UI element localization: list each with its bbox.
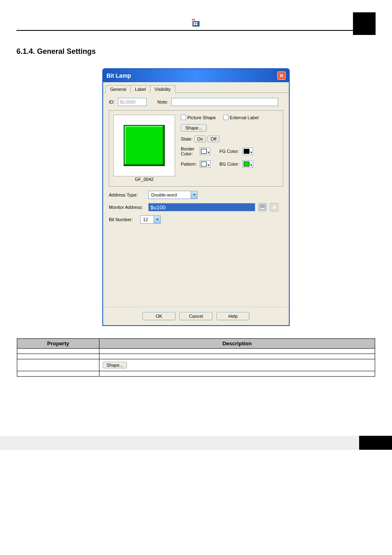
svg-rect-12 — [272, 205, 276, 209]
svg-point-13 — [273, 206, 274, 207]
table-row: Shape... — [17, 359, 375, 371]
note-label: Note: — [157, 99, 168, 104]
external-label-checkbox[interactable]: External Label — [223, 115, 258, 120]
picture-shape-checkbox[interactable]: Picture Shape — [181, 115, 216, 120]
keypad-icon-button[interactable] — [258, 203, 267, 211]
table-row — [17, 354, 375, 359]
monitor-address-field[interactable] — [148, 203, 255, 211]
bg-color-picker[interactable] — [242, 160, 253, 168]
bit-number-label: Bit Number: — [109, 217, 137, 222]
shape-preview — [124, 125, 165, 166]
svg-rect-2 — [196, 22, 197, 23]
svg-rect-4 — [196, 24, 197, 25]
state-on-button[interactable]: On — [194, 136, 206, 142]
tab-strip: General Label Visibility — [103, 82, 289, 93]
continued-label — [16, 385, 376, 386]
chevron-down-icon — [154, 216, 160, 223]
app-logo-icon — [191, 18, 201, 28]
general-tabpanel: ID: Note: GF_0042 — [103, 93, 289, 307]
shape-button-inline: Shape... — [103, 362, 127, 368]
footer-bar — [0, 436, 392, 450]
note-field[interactable] — [171, 98, 278, 106]
id-field[interactable] — [118, 98, 147, 106]
preview-caption: GF_0042 — [132, 176, 156, 182]
id-label: ID: — [109, 99, 115, 104]
bit-number-select[interactable]: 12 — [140, 215, 161, 224]
svg-rect-6 — [261, 206, 262, 206]
bit-lamp-dialog: Bit Lamp ✕ General Label Visibility ID: … — [102, 68, 290, 326]
section-heading: 6.1.4. General Settings — [16, 47, 376, 56]
svg-rect-7 — [262, 206, 263, 206]
dialog-titlebar[interactable]: Bit Lamp ✕ — [103, 69, 289, 82]
fg-color-picker[interactable] — [242, 148, 253, 155]
close-icon: ✕ — [279, 72, 284, 79]
address-type-select[interactable]: Double-word — [148, 191, 198, 199]
pattern-picker[interactable] — [200, 160, 210, 168]
help-button[interactable]: Help — [217, 312, 249, 320]
svg-rect-3 — [194, 24, 195, 25]
svg-rect-1 — [194, 22, 195, 23]
svg-rect-9 — [261, 207, 262, 208]
shape-preview-pane — [113, 115, 175, 176]
tab-label[interactable]: Label — [130, 85, 150, 93]
svg-rect-11 — [263, 207, 264, 208]
shape-button[interactable]: Shape... — [181, 124, 207, 132]
pattern-label: Pattern: — [181, 162, 196, 166]
table-row — [17, 371, 375, 377]
tab-visibility[interactable]: Visibility — [150, 85, 175, 93]
col-description: Description — [99, 339, 375, 349]
svg-rect-10 — [262, 207, 263, 208]
state-label: State: — [181, 136, 193, 141]
border-color-label: Border Color: — [181, 146, 196, 156]
monitor-address-label: Monitor Address: — [109, 205, 145, 210]
property-table: Property Description Shape... — [17, 338, 375, 377]
border-color-picker[interactable] — [200, 148, 210, 155]
chevron-down-icon — [191, 191, 197, 199]
cancel-button[interactable]: Cancel — [180, 312, 212, 320]
state-off-button[interactable]: Off — [208, 136, 219, 142]
dialog-title: Bit Lamp — [106, 72, 131, 79]
page-number — [359, 436, 392, 450]
bg-color-label: BG Color: — [219, 162, 239, 166]
page-corner-block — [353, 12, 376, 35]
col-property: Property — [17, 339, 99, 349]
close-button[interactable]: ✕ — [277, 72, 286, 80]
svg-rect-8 — [263, 206, 264, 206]
ok-button[interactable]: OK — [143, 312, 175, 320]
tab-general[interactable]: General — [106, 85, 131, 93]
fg-color-label: FG Color: — [219, 149, 239, 154]
table-row — [17, 349, 375, 354]
tag-icon-button[interactable] — [270, 203, 278, 211]
address-type-label: Address Type: — [109, 192, 145, 197]
